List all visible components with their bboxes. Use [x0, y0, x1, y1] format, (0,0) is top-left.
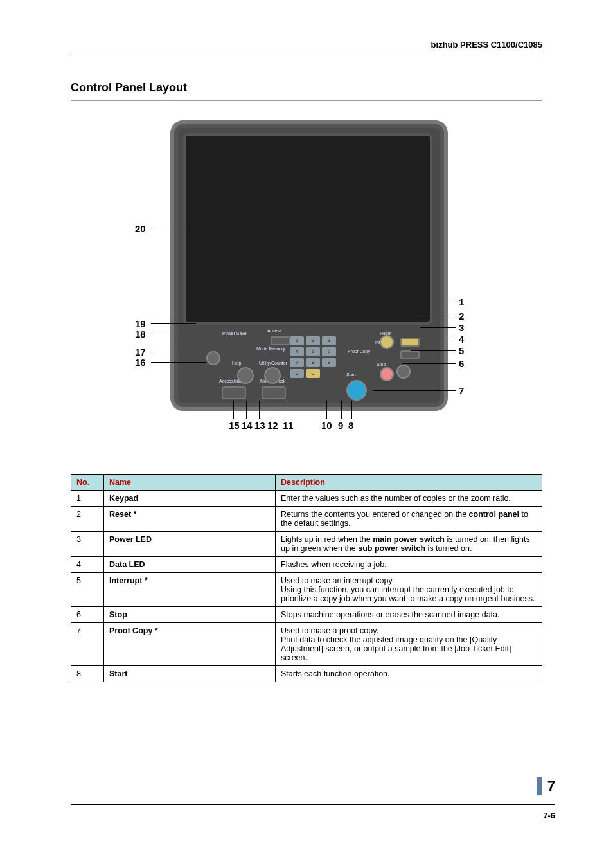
key-8: 8: [306, 358, 320, 367]
cell-no: 2: [71, 507, 104, 532]
callout-line: [233, 401, 234, 419]
table-row: 7Proof Copy *Used to make a proof copy.P…: [71, 623, 542, 666]
callout-4: 4: [459, 334, 464, 345]
interrupt-button: [396, 365, 411, 379]
callout-line: [373, 390, 456, 391]
callout-line: [341, 401, 342, 419]
cell-name: Reset *: [104, 507, 276, 532]
key-4: 4: [290, 347, 304, 356]
cell-description: Flashes when receiving a job.: [276, 557, 542, 573]
callout-15: 15: [229, 420, 240, 431]
label-help: Help: [232, 361, 241, 365]
page-number: 7-6: [543, 811, 555, 820]
cell-no: 7: [71, 623, 104, 666]
cell-no: 4: [71, 557, 104, 573]
callout-2: 2: [459, 311, 464, 321]
brightness-button: [206, 351, 220, 365]
cell-description: Lights up in red when the main power swi…: [276, 532, 542, 557]
footer-rule: [71, 804, 555, 805]
key-9: 9: [322, 358, 336, 367]
cell-no: 3: [71, 532, 104, 557]
callout-line: [272, 401, 272, 419]
callout-20: 20: [135, 223, 146, 234]
callout-7: 7: [459, 385, 464, 396]
mode-check-button: [262, 386, 286, 399]
cell-description: Stops machine operations or erases the s…: [276, 607, 542, 623]
key-7: 7: [290, 358, 304, 367]
key-3: 3: [322, 336, 336, 345]
callout-5: 5: [459, 345, 464, 356]
callout-3: 3: [459, 322, 464, 333]
key-5: 5: [306, 347, 320, 356]
callout-14: 14: [242, 420, 253, 431]
key-1: 1: [290, 336, 304, 345]
callout-line: [351, 401, 352, 419]
callout-line: [151, 334, 190, 334]
table-row: 5Interrupt *Used to make an interrupt co…: [71, 573, 542, 607]
section-title: Control Panel Layout: [71, 81, 542, 95]
cell-description: Starts each function operation.: [276, 666, 542, 682]
table-row: 2Reset *Returns the contents you entered…: [71, 507, 542, 532]
table-row: 4Data LEDFlashes when receiving a job.: [71, 557, 542, 573]
label-proof-copy: Proof Copy: [348, 349, 370, 354]
callout-line: [326, 401, 327, 419]
label-start: Start: [346, 372, 356, 377]
label-mode-memory: Mode Memory: [256, 347, 285, 351]
cell-name: Stop: [104, 607, 276, 623]
label-access: Access: [267, 329, 282, 333]
footer: 7 7-6: [71, 779, 542, 824]
callout-9: 9: [338, 420, 343, 431]
cell-no: 6: [71, 607, 104, 623]
callout-line: [402, 363, 456, 364]
callout-line: [431, 302, 456, 302]
access-indicator: [271, 336, 290, 345]
stop-button: [380, 367, 394, 381]
callout-1: 1: [459, 296, 464, 307]
callout-line: [411, 350, 456, 351]
callout-19: 19: [135, 318, 146, 329]
reset-button: [380, 335, 394, 349]
start-button: [346, 380, 367, 401]
help-button: [237, 367, 254, 384]
title-rule: [71, 100, 542, 101]
callout-10: 10: [321, 420, 332, 431]
touch-screen: [183, 133, 432, 325]
cell-no: 8: [71, 666, 104, 682]
accessibility-button: [222, 386, 246, 399]
cell-no: 5: [71, 573, 104, 607]
callout-line: [246, 401, 247, 419]
cell-description: Enter the values such as the number of c…: [276, 491, 542, 507]
callout-line: [151, 230, 190, 230]
cell-description: Used to make a proof copy.Print data to …: [276, 623, 542, 666]
label-power-save: Power Save: [222, 331, 247, 336]
cell-name: Proof Copy *: [104, 623, 276, 666]
key-c: C: [306, 369, 320, 378]
key-0: 0: [290, 369, 304, 378]
button-deck: Power Save Access Reset Mode Memory Proo…: [187, 329, 431, 399]
table-row: 1KeypadEnter the values such as the numb…: [71, 491, 542, 507]
table-row: 3Power LEDLights up in red when the main…: [71, 532, 542, 557]
key-6: 6: [322, 347, 336, 356]
callout-line: [151, 323, 196, 324]
description-table: No. Name Description 1KeypadEnter the va…: [71, 474, 542, 682]
cell-name: Start: [104, 666, 276, 682]
cell-name: Keypad: [104, 491, 276, 507]
cell-name: Power LED: [104, 532, 276, 557]
callout-line: [287, 401, 287, 419]
table-row: 8StartStarts each function operation.: [71, 666, 542, 682]
th-no: No.: [71, 475, 104, 491]
callout-line: [420, 327, 456, 328]
callout-12: 12: [267, 420, 278, 431]
chapter-badge: 7: [537, 777, 555, 795]
label-stop: Stop: [377, 362, 386, 366]
control-panel: Power Save Access Reset Mode Memory Proo…: [170, 120, 448, 411]
callout-16: 16: [135, 357, 146, 368]
callout-8: 8: [348, 420, 353, 431]
callout-line: [151, 352, 190, 352]
callout-line: [259, 401, 260, 419]
callout-17: 17: [135, 347, 146, 357]
callout-13: 13: [254, 420, 265, 431]
callout-11: 11: [283, 420, 294, 431]
chapter-number: 7: [547, 777, 555, 795]
callout-line: [415, 316, 456, 316]
